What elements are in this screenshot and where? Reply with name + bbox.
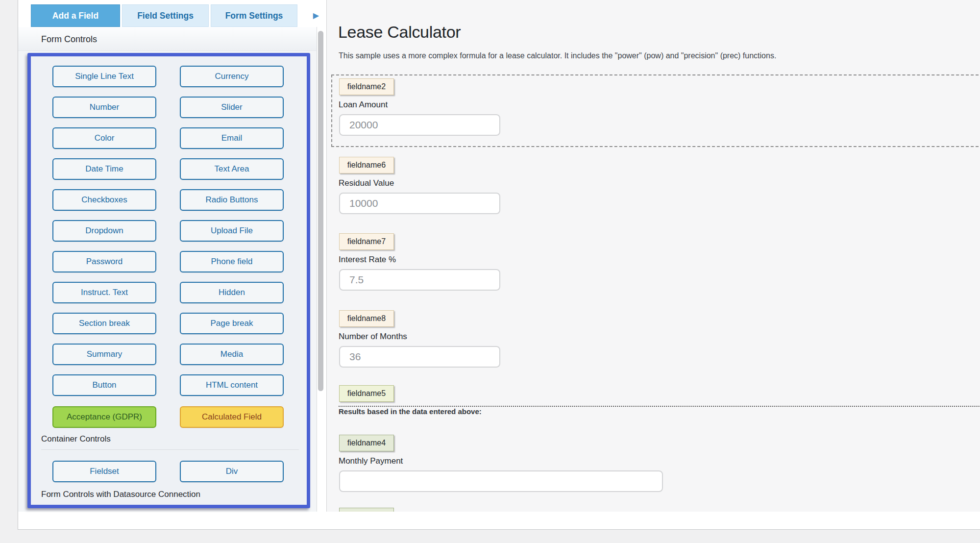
number-of-months-input[interactable]: [339, 346, 500, 368]
container-controls-divider: [41, 449, 299, 450]
control-fieldset[interactable]: Fieldset: [52, 461, 156, 482]
field-label-number-of-months: Number of Months: [339, 332, 407, 342]
control-upload-file[interactable]: Upload File: [180, 220, 284, 242]
control-button[interactable]: Button: [52, 374, 156, 396]
control-phone-field[interactable]: Phone field: [180, 251, 284, 272]
panel-divider: [317, 27, 317, 512]
control-checkboxes[interactable]: Checkboxes: [52, 189, 156, 211]
control-section-break[interactable]: Section break: [52, 313, 156, 334]
control-div[interactable]: Div: [180, 461, 284, 482]
datasource-controls-heading: Form Controls with Datasource Connection: [41, 490, 200, 499]
control-currency[interactable]: Currency: [180, 66, 284, 87]
field-label-residual-value: Residual Value: [339, 178, 394, 188]
control-single-line-text[interactable]: Single Line Text: [52, 66, 156, 87]
field-badge-fieldname7[interactable]: fieldname7: [339, 233, 394, 250]
tab-field-settings[interactable]: Field Settings: [122, 4, 209, 27]
monthly-payment-input[interactable]: [339, 470, 663, 492]
panel-scrollbar[interactable]: [318, 31, 323, 391]
control-number[interactable]: Number: [52, 97, 156, 118]
control-dropdown[interactable]: Dropdown: [52, 220, 156, 242]
page-title: Lease Calculator: [338, 23, 461, 42]
control-acceptance-gdpr[interactable]: Acceptance (GDPR): [52, 406, 156, 428]
field-label-interest-rate: Interest Rate %: [339, 255, 396, 265]
control-media[interactable]: Media: [180, 344, 284, 365]
field-badge-fieldname8[interactable]: fieldname8: [339, 310, 394, 327]
field-label-monthly-payment: Monthly Payment: [339, 456, 403, 466]
control-date-time[interactable]: Date Time: [52, 158, 156, 180]
control-radio-buttons[interactable]: Radio Buttons: [180, 189, 284, 211]
control-password[interactable]: Password: [52, 251, 156, 272]
container-controls-heading: Container Controls: [41, 434, 111, 444]
field-badge-fieldname6[interactable]: fieldname6: [339, 157, 394, 173]
control-hidden[interactable]: Hidden: [180, 282, 284, 303]
interest-rate-input[interactable]: [339, 269, 500, 291]
control-email[interactable]: Email: [180, 127, 284, 149]
control-summary[interactable]: Summary: [52, 344, 156, 365]
control-instruct-text[interactable]: Instruct. Text: [52, 282, 156, 303]
field-label-loan-amount: Loan Amount: [339, 100, 388, 110]
loan-amount-input[interactable]: [339, 114, 500, 136]
field-badge-fieldname5[interactable]: fieldname5: [339, 385, 394, 402]
selected-field-outline: [331, 74, 980, 147]
control-text-area[interactable]: Text Area: [180, 158, 284, 180]
tab-form-settings[interactable]: Form Settings: [211, 4, 297, 27]
tab-add-a-field[interactable]: Add a Field: [31, 4, 120, 27]
control-html-content[interactable]: HTML content: [180, 374, 284, 396]
tab-overflow-arrow-icon[interactable]: ▶: [311, 10, 321, 21]
field-badge-fieldname2[interactable]: fieldname2: [339, 78, 394, 95]
control-calculated-field[interactable]: Calculated Field: [180, 406, 284, 428]
field-badge-fieldname4[interactable]: fieldname4: [339, 435, 394, 451]
section-break-rule: [339, 406, 980, 407]
control-page-break[interactable]: Page break: [180, 313, 284, 334]
field-badge-partial[interactable]: [339, 508, 394, 512]
page-description: This sample uses a more complex formula …: [339, 51, 776, 60]
control-slider[interactable]: Slider: [180, 97, 284, 118]
section-break-text: Results based in the data entered above:: [339, 407, 482, 416]
control-color[interactable]: Color: [52, 127, 156, 149]
form-controls-heading: Form Controls: [41, 34, 97, 45]
form-preview-area: Lease Calculator This sample uses a more…: [326, 0, 980, 512]
form-controls-drag-box: Single Line Text Number Color Date Time …: [27, 53, 310, 508]
residual-value-input[interactable]: [339, 193, 500, 214]
